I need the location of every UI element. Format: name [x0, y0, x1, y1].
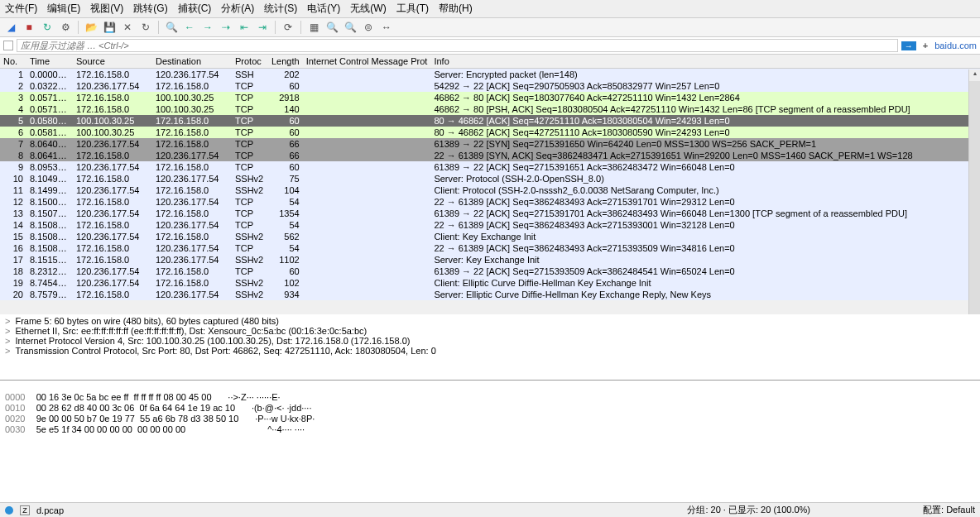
cell-info: 80 → 46862 [ACK] Seq=427251110 Ack=18030…: [430, 127, 980, 138]
table-row[interactable]: 128.1500…172.16.158.0120.236.177.54TCP54…: [0, 196, 980, 208]
cell-icmp: [303, 242, 431, 254]
table-row[interactable]: 30.0571…172.16.158.0100.100.30.25TCP2918…: [0, 92, 980, 103]
cell-source: 172.16.158.0: [73, 219, 152, 231]
filter-extra-text[interactable]: baidu.com: [934, 41, 977, 50]
col-length[interactable]: Length: [268, 55, 303, 69]
table-row[interactable]: 60.0581…100.100.30.25172.16.158.0TCP6080…: [0, 127, 980, 138]
menu-file[interactable]: 文件(F): [5, 2, 37, 16]
cell-source: 100.100.30.25: [73, 115, 152, 127]
cell-source: 172.16.158.0: [73, 289, 152, 300]
detail-tcp[interactable]: Transmission Control Protocol, Src Port:…: [5, 346, 975, 356]
hex-bytes[interactable]: 5e e5 1f 34 00 00 00 00 00 00 00 00: [36, 424, 185, 434]
table-row[interactable]: 88.0641…172.16.158.0120.236.177.54TCP662…: [0, 150, 980, 161]
cell-destination: 120.236.177.54: [152, 69, 232, 81]
filter-add-icon[interactable]: +: [920, 41, 931, 50]
table-row[interactable]: 188.2312…120.236.177.54172.16.158.0TCP60…: [0, 266, 980, 277]
table-row[interactable]: 118.1499…120.236.177.54172.16.158.0SSHv2…: [0, 184, 980, 196]
menu-view[interactable]: 视图(V): [90, 2, 123, 16]
bookmark-icon[interactable]: [3, 41, 13, 50]
zoom-reset-icon[interactable]: ⊜: [361, 20, 376, 35]
cell-icmp: [303, 208, 431, 219]
go-back-icon[interactable]: ←: [182, 20, 197, 35]
col-info[interactable]: Info: [430, 55, 980, 69]
scroll-thumb[interactable]: [969, 81, 980, 314]
col-time[interactable]: Time: [26, 55, 73, 69]
find-packet-icon[interactable]: 🔍: [164, 20, 179, 35]
col-protocol[interactable]: Protoc: [232, 55, 268, 69]
hex-bytes[interactable]: 00 28 62 d8 40 00 3c 06 0f 6a 64 64 1e 1…: [36, 403, 235, 413]
packet-bytes-pane[interactable]: 0000 00 16 3e 0c 5a bc ee ff ff ff ff ff…: [0, 381, 980, 502]
close-file-icon[interactable]: ✕: [120, 20, 135, 35]
cell-protocol: SSHv2: [232, 289, 268, 300]
reload-icon[interactable]: ↻: [138, 20, 153, 35]
packet-list-pane[interactable]: No. Time Source Destination Protoc Lengt…: [0, 55, 980, 314]
menu-capture[interactable]: 捕获(C): [178, 2, 212, 16]
cell-icmp: [303, 289, 431, 300]
menu-stats[interactable]: 统计(S): [264, 2, 297, 16]
hex-bytes[interactable]: 00 16 3e 0c 5a bc ee ff ff ff ff ff 08 0…: [36, 392, 212, 402]
cell-protocol: SSHv2: [232, 173, 268, 184]
restart-capture-icon[interactable]: ↻: [40, 20, 55, 35]
menu-go[interactable]: 跳转(G): [133, 2, 167, 16]
packet-table[interactable]: No. Time Source Destination Protoc Lengt…: [0, 55, 980, 300]
table-row[interactable]: 50.0580…100.100.30.25172.16.158.0TCP6080…: [0, 115, 980, 127]
go-first-icon[interactable]: ⇤: [237, 20, 252, 35]
menu-telephony[interactable]: 电话(Y): [307, 2, 340, 16]
detail-ip[interactable]: Internet Protocol Version 4, Src: 100.10…: [5, 336, 975, 346]
save-file-icon[interactable]: 💾: [102, 20, 117, 35]
table-row[interactable]: 198.7454…120.236.177.54172.16.158.0SSHv2…: [0, 277, 980, 289]
table-row[interactable]: 158.1508…120.236.177.54172.16.158.0SSHv2…: [0, 231, 980, 242]
scroll-up-icon[interactable]: ▴: [969, 69, 980, 81]
display-filter-input[interactable]: [17, 39, 898, 52]
resize-columns-icon[interactable]: ↔: [379, 20, 394, 35]
go-to-packet-icon[interactable]: ⇢: [219, 20, 233, 35]
zoom-in-icon[interactable]: 🔍: [324, 20, 339, 35]
table-row[interactable]: 148.1508…172.16.158.0120.236.177.54TCP54…: [0, 219, 980, 231]
zoom-out-icon[interactable]: 🔍: [343, 20, 358, 35]
col-source[interactable]: Source: [73, 55, 152, 69]
detail-ethernet[interactable]: Ethernet II, Src: ee:ff:ff:ff:ff:ff (ee:…: [5, 326, 975, 336]
col-no[interactable]: No.: [0, 55, 26, 69]
cell-source: 172.16.158.0: [73, 173, 152, 184]
table-row[interactable]: 168.1508…172.16.158.0120.236.177.54TCP54…: [0, 242, 980, 254]
hex-bytes[interactable]: 9e 00 00 50 b7 0e 19 77 55 a6 6b 78 d3 3…: [36, 414, 239, 424]
menu-wireless[interactable]: 无线(W): [350, 2, 386, 16]
table-row[interactable]: 98.0953…120.236.177.54172.16.158.0TCP606…: [0, 161, 980, 173]
table-row[interactable]: 40.0571…172.16.158.0100.100.30.25TCP1404…: [0, 103, 980, 115]
packet-details-pane[interactable]: Frame 5: 60 bytes on wire (480 bits), 60…: [0, 314, 980, 381]
go-forward-icon[interactable]: →: [200, 20, 215, 35]
status-profile[interactable]: 配置: Default: [923, 504, 975, 516]
auto-scroll-icon[interactable]: ⟳: [281, 20, 295, 35]
stop-capture-icon[interactable]: ■: [22, 20, 36, 35]
menu-edit[interactable]: 编辑(E): [47, 2, 80, 16]
col-icmp[interactable]: Internet Control Message Prot: [303, 55, 431, 69]
start-capture-icon[interactable]: ◢: [3, 20, 18, 35]
cell-source: 120.236.177.54: [73, 184, 152, 196]
vertical-scrollbar[interactable]: ▴ ▾: [968, 69, 980, 314]
cell-length: 104: [268, 184, 303, 196]
cell-length: 2918: [268, 92, 303, 103]
menu-analyze[interactable]: 分析(A): [221, 2, 254, 16]
detail-frame[interactable]: Frame 5: 60 bytes on wire (480 bits), 60…: [5, 316, 975, 326]
menu-tools[interactable]: 工具(T): [396, 2, 429, 16]
expert-info-icon[interactable]: [5, 506, 13, 515]
cell-length: 60: [268, 266, 303, 277]
menu-help[interactable]: 帮助(H): [439, 2, 473, 16]
colorize-icon[interactable]: ▦: [306, 20, 321, 35]
apply-filter-icon[interactable]: →: [901, 41, 916, 50]
go-last-icon[interactable]: ⇥: [255, 20, 270, 35]
table-row[interactable]: 10.0000…172.16.158.0120.236.177.54SSH202…: [0, 69, 980, 81]
cell-info: 22 → 61389 [ACK] Seq=3862483493 Ack=2715…: [430, 242, 980, 254]
table-row[interactable]: 208.7579…172.16.158.0120.236.177.54SSHv2…: [0, 289, 980, 300]
table-row[interactable]: 20.0322…120.236.177.54172.16.158.0TCP605…: [0, 80, 980, 92]
table-row[interactable]: 108.1049…172.16.158.0120.236.177.54SSHv2…: [0, 173, 980, 184]
cell-info: 61389 → 22 [SYN] Seq=2715391650 Win=6424…: [430, 138, 980, 150]
table-row[interactable]: 78.0640…120.236.177.54172.16.158.0TCP666…: [0, 138, 980, 150]
cell-source: 172.16.158.0: [73, 150, 152, 161]
status-toggle-icon[interactable]: Z: [20, 505, 30, 515]
open-file-icon[interactable]: 📂: [84, 20, 98, 35]
table-row[interactable]: 138.1507…120.236.177.54172.16.158.0TCP13…: [0, 208, 980, 219]
table-row[interactable]: 178.1515…172.16.158.0120.236.177.54SSHv2…: [0, 254, 980, 266]
capture-options-icon[interactable]: ⚙: [58, 20, 73, 35]
col-destination[interactable]: Destination: [152, 55, 232, 69]
